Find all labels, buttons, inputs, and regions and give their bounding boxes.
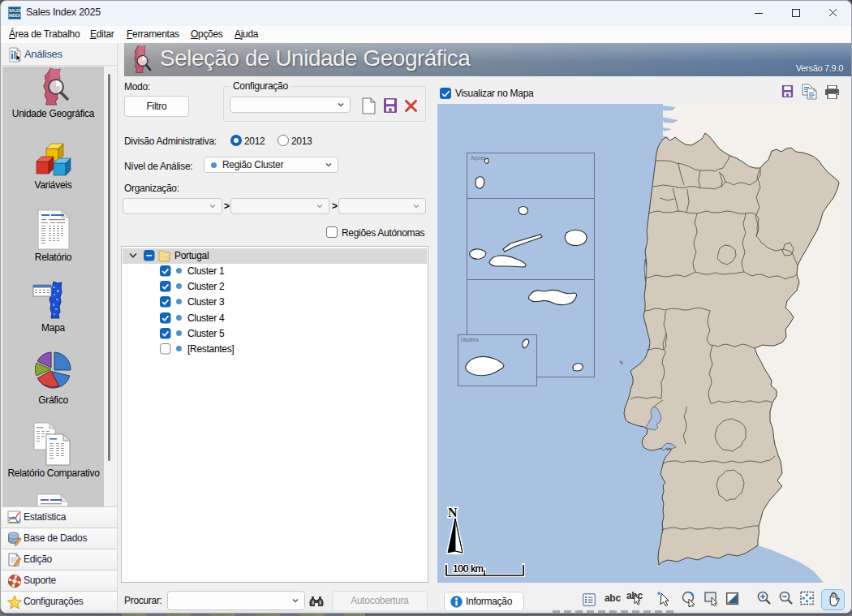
svg-text:Açores: Açores xyxy=(471,155,486,162)
svg-text:100 km: 100 km xyxy=(453,563,484,575)
svg-text:Madeira: Madeira xyxy=(461,337,479,342)
